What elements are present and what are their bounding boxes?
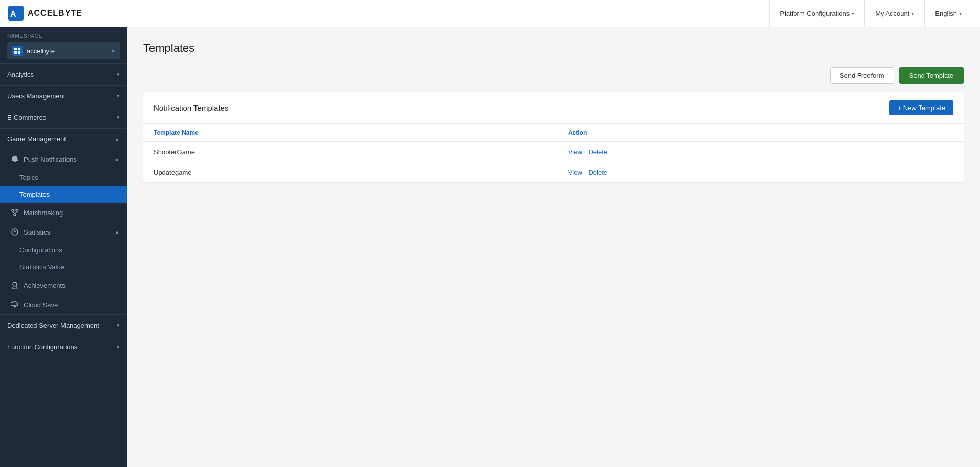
action-cell: View Delete bbox=[558, 162, 964, 183]
action-row: Send Freeform Send Template bbox=[143, 67, 964, 84]
page-title: Templates bbox=[143, 41, 964, 55]
dedicated-server-chevron-icon: ▾ bbox=[117, 322, 120, 329]
svg-rect-3 bbox=[18, 48, 20, 50]
ecommerce-section: E-Commerce ▾ bbox=[0, 107, 127, 128]
view-link[interactable]: View bbox=[568, 148, 582, 156]
action-cell: View Delete bbox=[558, 142, 964, 162]
delete-link[interactable]: Delete bbox=[588, 148, 607, 156]
templates-table: Template Name Action ShooterGame View De… bbox=[143, 124, 964, 182]
sidebar-item-statistics-value[interactable]: Statistics Value bbox=[0, 259, 127, 275]
svg-point-6 bbox=[12, 209, 14, 211]
sidebar-item-ecommerce[interactable]: E-Commerce ▾ bbox=[0, 107, 127, 128]
sidebar-item-configurations[interactable]: Configurations bbox=[0, 242, 127, 259]
function-configurations-section: Function Configurations ▾ bbox=[0, 336, 127, 357]
svg-point-12 bbox=[13, 282, 17, 286]
namespace-section: NAMESPACE accelbyte ▾ bbox=[0, 27, 127, 63]
logo-icon: A bbox=[8, 6, 24, 21]
push-notifications-chevron-icon: ▲ bbox=[114, 156, 120, 162]
namespace-label: NAMESPACE bbox=[7, 33, 120, 39]
namespace-chevron-icon: ▾ bbox=[112, 48, 115, 54]
push-notifications-label: Push Notifications bbox=[24, 156, 77, 163]
cloud-save-icon bbox=[10, 300, 19, 309]
namespace-value: accelbyte bbox=[27, 47, 107, 55]
sidebar-item-dedicated-server[interactable]: Dedicated Server Management ▾ bbox=[0, 315, 127, 336]
delete-link[interactable]: Delete bbox=[588, 168, 607, 176]
sidebar-item-achievements[interactable]: Achievements bbox=[0, 275, 127, 295]
bell-icon bbox=[10, 155, 19, 164]
language-chevron-icon: ▾ bbox=[959, 11, 962, 16]
my-account-menu[interactable]: My Account ▾ bbox=[864, 0, 924, 27]
svg-rect-2 bbox=[14, 48, 17, 50]
card-header: Notification Templates + New Template bbox=[143, 92, 964, 124]
card-title: Notification Templates bbox=[154, 103, 228, 112]
namespace-selector[interactable]: accelbyte ▾ bbox=[7, 42, 120, 59]
top-nav-right: Platform Configurations ▾ My Account ▾ E… bbox=[769, 0, 972, 27]
sidebar-item-cloud-save[interactable]: Cloud Save bbox=[0, 295, 127, 314]
analytics-chevron-icon: ▾ bbox=[117, 71, 120, 78]
users-management-section: Users Management ▾ bbox=[0, 85, 127, 107]
statistics-icon bbox=[10, 227, 19, 237]
language-menu[interactable]: English ▾ bbox=[924, 0, 972, 27]
ecommerce-chevron-icon: ▾ bbox=[117, 114, 120, 121]
sidebar-item-analytics[interactable]: Analytics ▾ bbox=[0, 64, 127, 85]
sidebar-item-push-notifications[interactable]: Push Notifications ▲ bbox=[0, 150, 127, 169]
sidebar-item-users-management[interactable]: Users Management ▾ bbox=[0, 86, 127, 107]
game-mgmt-chevron-icon: ▲ bbox=[114, 136, 120, 142]
table-row: Updategame View Delete bbox=[143, 162, 964, 183]
my-account-chevron-icon: ▾ bbox=[911, 11, 914, 16]
col-template-name: Template Name bbox=[143, 124, 558, 142]
statistics-chevron-icon: ▲ bbox=[114, 229, 120, 235]
table-row: ShooterGame View Delete bbox=[143, 142, 964, 162]
svg-text:A: A bbox=[10, 10, 17, 18]
layout: NAMESPACE accelbyte ▾ Analytics ▾ Users … bbox=[0, 27, 980, 467]
template-name-cell: Updategame bbox=[143, 162, 558, 183]
top-nav: A ACCELBYTE Platform Configurations ▾ My… bbox=[0, 0, 980, 27]
svg-rect-5 bbox=[18, 51, 20, 54]
matchmaking-label: Matchmaking bbox=[24, 209, 63, 217]
new-template-button[interactable]: + New Template bbox=[889, 100, 953, 115]
platform-configs-chevron-icon: ▾ bbox=[852, 11, 854, 16]
statistics-label: Statistics bbox=[24, 228, 50, 236]
sidebar-item-statistics[interactable]: Statistics ▲ bbox=[0, 222, 127, 242]
sidebar-item-matchmaking[interactable]: Matchmaking bbox=[0, 203, 127, 222]
col-action: Action bbox=[558, 124, 964, 142]
sidebar: NAMESPACE accelbyte ▾ Analytics ▾ Users … bbox=[0, 27, 127, 467]
achievements-icon bbox=[10, 281, 19, 290]
send-freeform-button[interactable]: Send Freeform bbox=[830, 67, 894, 84]
namespace-icon bbox=[12, 46, 23, 56]
send-template-button[interactable]: Send Template bbox=[899, 67, 964, 84]
template-name-cell: ShooterGame bbox=[143, 142, 558, 162]
main-content: Templates Send Freeform Send Template No… bbox=[127, 27, 980, 467]
analytics-section: Analytics ▾ bbox=[0, 63, 127, 85]
sidebar-item-function-configurations[interactable]: Function Configurations ▾ bbox=[0, 336, 127, 357]
matchmaking-icon bbox=[10, 208, 19, 217]
sidebar-item-game-management[interactable]: Game Management ▲ bbox=[0, 129, 127, 150]
svg-point-7 bbox=[16, 209, 18, 211]
function-configs-chevron-icon: ▾ bbox=[117, 344, 120, 350]
users-mgmt-chevron-icon: ▾ bbox=[117, 93, 120, 99]
notification-templates-card: Notification Templates + New Template Te… bbox=[143, 92, 964, 182]
logo: A ACCELBYTE bbox=[8, 6, 769, 21]
view-link[interactable]: View bbox=[568, 168, 582, 176]
sidebar-item-templates[interactable]: Templates bbox=[0, 186, 127, 203]
svg-rect-4 bbox=[14, 51, 17, 54]
dedicated-server-section: Dedicated Server Management ▾ bbox=[0, 314, 127, 336]
sidebar-item-topics[interactable]: Topics bbox=[0, 169, 127, 186]
achievements-label: Achievements bbox=[24, 282, 66, 289]
game-management-section: Game Management ▲ Push Notifications ▲ T… bbox=[0, 128, 127, 314]
cloud-save-label: Cloud Save bbox=[24, 301, 58, 309]
svg-line-10 bbox=[15, 211, 17, 214]
platform-configurations-menu[interactable]: Platform Configurations ▾ bbox=[769, 0, 864, 27]
svg-line-9 bbox=[13, 211, 15, 214]
svg-point-8 bbox=[14, 214, 16, 216]
